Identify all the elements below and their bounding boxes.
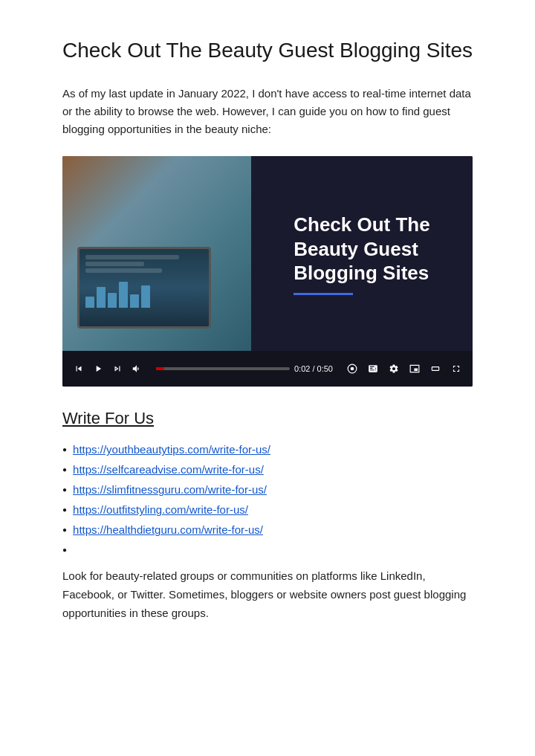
progress-bar[interactable] bbox=[156, 367, 290, 370]
controls-left bbox=[71, 361, 144, 376]
progress-fill bbox=[156, 367, 164, 370]
video-player[interactable]: Check Out The Beauty Guest Blogging Site… bbox=[62, 156, 473, 387]
fullscreen-button[interactable] bbox=[449, 361, 464, 376]
skip-forward-button[interactable] bbox=[110, 361, 125, 376]
list-item: https://slimfitnessguru.com/write-for-us… bbox=[62, 483, 473, 496]
subtitles-button[interactable] bbox=[366, 361, 380, 376]
list-item: https://healthdietguru.com/write-for-us/ bbox=[62, 523, 473, 536]
section-heading: Write For Us bbox=[62, 409, 473, 428]
settings-button[interactable] bbox=[386, 361, 401, 376]
title-underline bbox=[294, 293, 353, 295]
links-list: https://youthbeautytips.com/write-for-us… bbox=[62, 443, 473, 554]
page-container: Check Out The Beauty Guest Blogging Site… bbox=[0, 0, 535, 668]
link-3[interactable]: https://slimfitnessguru.com/write-for-us… bbox=[73, 483, 267, 496]
intro-paragraph: As of my last update in January 2022, I … bbox=[62, 85, 473, 138]
laptop-graphic bbox=[77, 247, 226, 343]
skip-back-button[interactable] bbox=[71, 361, 86, 376]
list-item: https://outfitstyling.com/write-for-us/ bbox=[62, 503, 473, 516]
video-right-panel: Check Out The Beauty Guest Blogging Site… bbox=[251, 156, 473, 351]
link-1[interactable]: https://youthbeautytips.com/write-for-us… bbox=[73, 443, 270, 456]
autoplay-toggle[interactable] bbox=[345, 361, 360, 376]
miniplayer-button[interactable] bbox=[407, 361, 422, 376]
controls-right bbox=[345, 361, 464, 376]
svg-point-1 bbox=[351, 367, 354, 371]
link-4[interactable]: https://outfitstyling.com/write-for-us/ bbox=[73, 503, 248, 516]
link-5[interactable]: https://healthdietguru.com/write-for-us/ bbox=[73, 523, 263, 536]
theater-button[interactable] bbox=[428, 361, 443, 376]
list-item-empty bbox=[62, 543, 473, 554]
list-item: https://youthbeautytips.com/write-for-us… bbox=[62, 443, 473, 456]
footer-paragraph: Look for beauty-related groups or commun… bbox=[62, 567, 473, 622]
play-button[interactable] bbox=[91, 361, 106, 376]
volume-button[interactable] bbox=[129, 361, 144, 376]
page-title: Check Out The Beauty Guest Blogging Site… bbox=[62, 37, 473, 64]
link-2[interactable]: https://selfcareadvise.com/write-for-us/ bbox=[73, 463, 264, 476]
video-controls-bar: 0:02 / 0:50 bbox=[62, 351, 473, 387]
list-item: https://selfcareadvise.com/write-for-us/ bbox=[62, 463, 473, 476]
controls-middle: 0:02 / 0:50 bbox=[156, 364, 333, 373]
video-overlay-title: Check Out The Beauty Guest Blogging Site… bbox=[294, 213, 429, 295]
video-left-panel bbox=[62, 156, 259, 351]
time-display: 0:02 / 0:50 bbox=[294, 364, 333, 373]
